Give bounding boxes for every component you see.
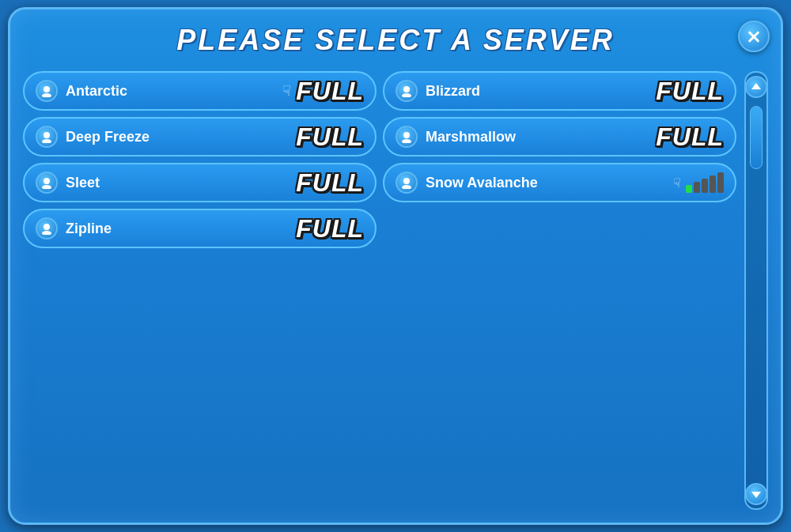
server-row-marshmallow[interactable]: Marshmallow FULL: [383, 117, 736, 157]
server-icon-blizzard: [396, 80, 418, 102]
scrollbar: [744, 71, 768, 510]
svg-point-3: [402, 93, 411, 97]
svg-point-13: [42, 231, 51, 235]
svg-point-4: [44, 132, 50, 138]
svg-marker-15: [751, 492, 761, 498]
server-status-marshmallow: FULL: [656, 124, 724, 149]
server-icon-marshmallow: [396, 126, 418, 148]
svg-point-0: [44, 86, 50, 92]
scroll-up-button[interactable]: [745, 76, 767, 98]
signal-bars-snow-avalanche: [686, 172, 724, 193]
server-name-blizzard: Blizzard: [426, 83, 656, 100]
server-select-dialog: PLEASE SELECT A SERVER Antarctic ☟ FULL …: [8, 7, 783, 525]
server-name-zipline: Zipline: [66, 221, 296, 237]
server-name-marshmallow: Marshmallow: [426, 129, 656, 145]
recommend-icon-snow-avalanche: ☟: [673, 175, 681, 191]
svg-point-9: [42, 185, 51, 189]
scrollbar-thumb-area: [749, 103, 763, 478]
svg-point-11: [402, 185, 411, 189]
signal-bar-4: [710, 175, 716, 193]
server-row-sleet[interactable]: Sleet FULL: [23, 163, 377, 202]
svg-point-12: [44, 224, 50, 230]
svg-point-10: [403, 178, 410, 184]
server-row-deep-freeze[interactable]: Deep Freeze FULL: [23, 117, 377, 157]
dialog-body: Antarctic ☟ FULL Blizzard FULL Deep Free…: [10, 65, 781, 523]
server-icon-snow-avalanche: [396, 172, 418, 194]
svg-point-8: [44, 178, 50, 184]
server-icon-zipline: [36, 217, 58, 240]
svg-point-6: [403, 132, 410, 138]
server-status-sleet: FULL: [296, 170, 364, 195]
close-button[interactable]: [738, 21, 770, 52]
svg-marker-14: [751, 83, 761, 89]
signal-bar-5: [717, 172, 724, 193]
server-row-zipline[interactable]: Zipline FULL: [23, 209, 377, 248]
dialog-title: PLEASE SELECT A SERVER: [176, 24, 614, 57]
server-status-blizzard: FULL: [656, 78, 724, 104]
server-row-antarctic[interactable]: Antarctic ☟ FULL: [23, 71, 377, 111]
scroll-down-button[interactable]: [745, 483, 767, 505]
recommend-icon-antarctic: ☟: [282, 82, 291, 100]
server-icon-sleet: [36, 172, 58, 194]
signal-bar-2: [694, 182, 700, 193]
scrollbar-thumb[interactable]: [750, 106, 763, 169]
server-name-deep-freeze: Deep Freeze: [66, 129, 296, 145]
server-row-blizzard[interactable]: Blizzard FULL: [383, 71, 736, 111]
svg-point-7: [402, 139, 411, 143]
servers-grid: Antarctic ☟ FULL Blizzard FULL Deep Free…: [23, 71, 736, 510]
server-status-antarctic: FULL: [296, 78, 364, 104]
dialog-header: PLEASE SELECT A SERVER: [10, 9, 781, 65]
server-name-antarctic: Antarctic: [66, 83, 282, 100]
server-status-deep-freeze: FULL: [296, 124, 364, 149]
signal-bar-1: [686, 185, 692, 193]
signal-bar-3: [702, 179, 708, 193]
svg-point-1: [42, 93, 51, 97]
server-icon-deep-freeze: [36, 126, 58, 148]
server-name-snow-avalanche: Snow Avalanche: [426, 175, 673, 191]
server-icon-antarctic: [36, 80, 58, 102]
server-row-snow-avalanche[interactable]: Snow Avalanche ☟: [383, 163, 736, 202]
svg-point-2: [403, 86, 410, 92]
server-name-sleet: Sleet: [66, 175, 296, 191]
svg-point-5: [42, 139, 51, 143]
server-status-zipline: FULL: [296, 216, 364, 241]
